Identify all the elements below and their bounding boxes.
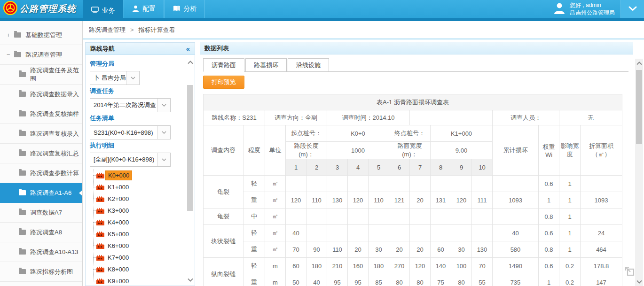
sidebar-item-7[interactable]: 路况调查参数计算: [0, 163, 82, 183]
data-tab-0[interactable]: 沥青路面: [203, 58, 244, 72]
tree-item-label: K7+000: [105, 253, 131, 262]
tree-item-2[interactable]: K2+000: [91, 193, 183, 205]
value-cell: 270: [389, 258, 410, 274]
info-cell: 无: [559, 110, 622, 125]
nav-tab-config[interactable]: 配置: [124, 0, 164, 18]
folder-icon: [19, 230, 26, 235]
sidebar-item-12[interactable]: 路况指标分析图: [0, 262, 82, 282]
width-label: 路面宽度(m)：: [389, 142, 431, 159]
value-cell: 50: [286, 274, 306, 286]
dropdown-1[interactable]: 2014年第二次路况调查: [90, 98, 171, 112]
value-cell: 120: [410, 258, 431, 274]
chevron-down-icon[interactable]: [126, 71, 139, 85]
section-number: 3: [327, 159, 348, 176]
dropdown-3[interactable]: [全副](K0+0-K16+898): [90, 153, 171, 167]
table-data-row: 龟裂中㎡0.81: [204, 209, 622, 225]
unit-cell: m: [265, 258, 286, 274]
popout-icon[interactable]: [624, 266, 635, 276]
data-tab-1[interactable]: 路基损坏: [245, 58, 287, 72]
chevron-down-icon[interactable]: [157, 99, 170, 112]
chevron-down-icon[interactable]: [157, 153, 170, 166]
road-section-icon: [96, 219, 104, 225]
expand-toggle-icon[interactable]: −: [7, 51, 14, 58]
degree-cell: 轻: [243, 258, 265, 274]
tree-item-label: K0+000: [105, 170, 132, 180]
scrollbar-thumb[interactable]: [187, 85, 193, 211]
scroll-up-icon[interactable]: [636, 60, 643, 67]
topbar-chevron-button[interactable]: [620, 0, 644, 18]
dropdown-2[interactable]: S231(K0+0-K16+898): [90, 125, 171, 139]
folder-icon: [19, 111, 26, 116]
nav-section-label-2: 任务清单: [90, 114, 183, 123]
folder-icon: [19, 249, 26, 255]
user-info[interactable]: 您好 , admin 昌吉州公路管理局: [553, 0, 615, 18]
scroll-down-icon[interactable]: [187, 276, 194, 283]
sidebar-item-11[interactable]: 路况调查A10-A13: [0, 242, 82, 262]
value-cell: 210: [327, 258, 348, 274]
impact-cell: 1: [559, 209, 581, 225]
scrollbar-thumb[interactable]: [636, 70, 642, 144]
folder-icon: [19, 190, 26, 195]
tree-item-3[interactable]: K3+000: [91, 205, 183, 216]
total-cell: [493, 209, 539, 225]
nav-tab-analysis[interactable]: 分析: [165, 0, 205, 18]
print-preview-button[interactable]: 打印预览: [203, 76, 244, 89]
nav-tab-business[interactable]: 业务: [83, 0, 123, 21]
tree-item-7[interactable]: K7+000: [91, 252, 183, 263]
sidebar-item-2[interactable]: 路况调查任务及范围: [0, 65, 82, 85]
road-section-icon: [96, 196, 104, 202]
collapse-panel-icon[interactable]: «: [186, 45, 190, 53]
tree-item-8[interactable]: K8+000: [91, 263, 183, 275]
section-number: 4: [348, 159, 369, 176]
data-tab-2[interactable]: 沿线设施: [288, 58, 329, 72]
sidebar-item-1[interactable]: −路况调查管理: [0, 45, 82, 65]
sidebar-item-10[interactable]: 路况调查A8: [0, 223, 82, 242]
value-cell: 60: [431, 241, 451, 258]
unit-cell: ㎡: [265, 192, 286, 209]
value-cell: [348, 225, 369, 241]
folder-icon: [19, 92, 26, 97]
tree-item-9[interactable]: K9+000: [91, 275, 183, 286]
sidebar-item-3[interactable]: 路况调查数据录入: [0, 85, 82, 104]
value-cell: 100: [451, 258, 472, 274]
dropdown-0[interactable]: 卜 昌吉分局: [90, 71, 140, 85]
breadcrumb-item[interactable]: 路况调查管理: [89, 26, 126, 34]
dropdown-value: [全副](K0+0-K16+898): [90, 153, 157, 166]
sidebar-item-label: 路况指标分析图: [30, 268, 73, 276]
sidebar-item-label: 路况调查管理: [25, 51, 62, 59]
value-cell: [306, 209, 327, 225]
sidebar-item-9[interactable]: 调查数据A7: [0, 203, 82, 223]
sidebar-item-6[interactable]: 路况调查复核汇总: [0, 144, 82, 163]
road-section-icon: [96, 184, 104, 190]
value-cell: 110: [327, 241, 348, 258]
value-cell: 110: [306, 192, 327, 209]
value-cell: [451, 225, 472, 241]
main-scrollbar[interactable]: [635, 59, 643, 286]
tree-item-6[interactable]: K6+000: [91, 240, 183, 252]
tree-item-1[interactable]: K1+000: [91, 181, 183, 193]
chevron-down-icon[interactable]: [157, 126, 170, 139]
sidebar-item-label: 基础数据管理: [25, 31, 62, 39]
value-cell: 95: [327, 274, 348, 286]
section-number: 5: [369, 159, 389, 176]
scroll-up-icon[interactable]: [187, 59, 194, 66]
tree-item-0[interactable]: K0+000: [91, 170, 183, 181]
sidebar-item-13[interactable]: +养护计划管理: [0, 282, 82, 286]
tree-item-5[interactable]: K5+000: [91, 228, 183, 240]
end-stake-label: 终点桩号：: [389, 125, 431, 142]
folder-icon: [14, 32, 21, 38]
tree-item-4[interactable]: K4+000: [91, 216, 183, 228]
user-icon: [132, 5, 139, 13]
sidebar-item-8[interactable]: 路况调查A1-A6: [0, 183, 82, 203]
sidebar-item-5[interactable]: 路况调查复核录入: [0, 124, 82, 144]
expand-toggle-icon[interactable]: +: [7, 31, 14, 39]
value-cell: 130: [472, 241, 493, 258]
sidebar-item-0[interactable]: +基础数据管理: [0, 25, 82, 45]
width-value: 9.00: [431, 142, 493, 159]
app-title: 公路管理系统: [20, 3, 76, 15]
value-cell: [369, 225, 389, 241]
nav-panel-scrollbar[interactable]: [187, 59, 194, 283]
scroll-down-icon[interactable]: [636, 278, 643, 285]
sidebar-item-4[interactable]: 路况调查复核抽样: [0, 104, 82, 124]
value-cell: 160: [348, 258, 369, 274]
